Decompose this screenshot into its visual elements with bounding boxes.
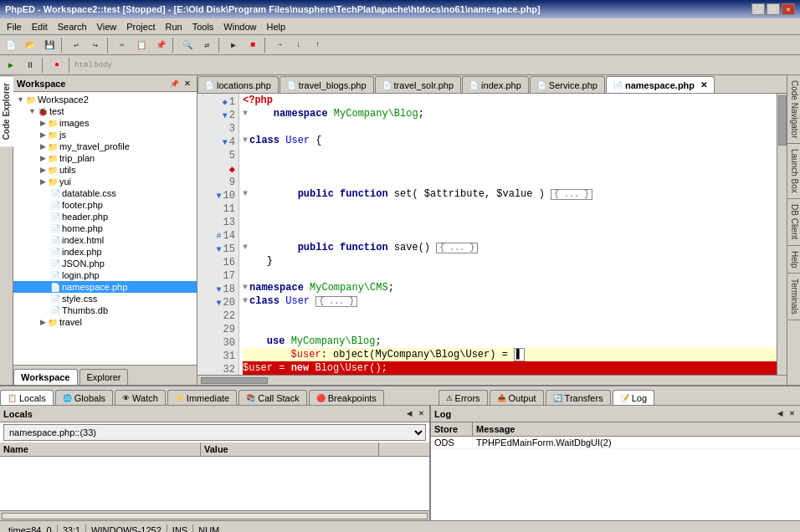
tree-item-header[interactable]: 📄 header.php <box>13 211 197 223</box>
tree-label: utils <box>59 165 76 175</box>
locals-scroll[interactable] <box>0 457 429 510</box>
tree-item-index-php[interactable]: 📄 index.php <box>13 246 197 258</box>
open-button[interactable]: 📂 <box>21 37 39 54</box>
tree-item-utils[interactable]: ▶ 📁 utils <box>13 164 197 176</box>
redo-button[interactable]: ↪ <box>86 37 105 54</box>
run-button[interactable]: ▶ <box>224 37 243 54</box>
menu-edit[interactable]: Edit <box>27 20 53 33</box>
left-side-tabs: Code Explorer <box>0 75 13 385</box>
menu-help[interactable]: Help <box>261 20 290 33</box>
tree-item-namespace[interactable]: 📄 namespace.php <box>13 281 197 293</box>
tree-item-style[interactable]: 📄 style.css <box>13 293 197 304</box>
copy-button[interactable]: 📋 <box>132 37 151 54</box>
tree-item-test[interactable]: ▼ 🐞 test <box>13 105 197 117</box>
locals-close-btn[interactable]: ✕ <box>416 409 426 419</box>
stop-button[interactable]: ■ <box>244 37 262 54</box>
breakpoints-tab[interactable]: 🔴Breakpoints <box>309 390 384 405</box>
menu-view[interactable]: View <box>92 20 122 33</box>
menu-project[interactable]: Project <box>121 20 160 33</box>
tree-item-thumbs[interactable]: 📄 Thumbs.db <box>13 304 197 316</box>
workspace-tab[interactable]: Workspace <box>13 369 78 385</box>
watch-tab[interactable]: 👁Watch <box>115 390 166 405</box>
tree-close-btn[interactable]: ✕ <box>182 78 193 90</box>
tab-service[interactable]: 📄 Service.php <box>530 76 605 93</box>
tree-item-yui[interactable]: ▶ 📁 yui <box>13 176 197 187</box>
cut-button[interactable]: ✂ <box>113 37 131 54</box>
gutter-30: 30 <box>197 336 238 350</box>
editor-hscrollbar[interactable] <box>197 375 787 385</box>
step-into-button[interactable]: ↓ <box>290 37 308 54</box>
tree-lock-btn[interactable]: 📌 <box>168 78 180 90</box>
callstack-tab[interactable]: 📚Call Stack <box>238 390 307 405</box>
launch-box-tab[interactable]: Launch Box <box>787 144 801 199</box>
tree-item-index-html[interactable]: 📄 index.html <box>13 234 197 246</box>
tree-item-my-travel[interactable]: ▶ 📁 my_travel_profile <box>13 141 197 152</box>
code-explorer-tab[interactable]: Code Explorer <box>0 75 13 146</box>
menu-search[interactable]: Search <box>53 20 92 33</box>
explorer-tab[interactable]: Explorer <box>79 369 129 385</box>
tree-item-footer[interactable]: 📄 footer.php <box>13 199 197 211</box>
tree-item-workspace2[interactable]: ▼ 📁 Workspace2 <box>13 94 197 105</box>
tab-namespace[interactable]: 📄 namespace.php ✕ <box>606 76 715 93</box>
tab-close-icon[interactable]: ✕ <box>700 80 707 90</box>
menu-window[interactable]: Window <box>218 20 261 33</box>
immediate-tab[interactable]: ⚡Immediate <box>167 390 237 405</box>
breakpoint-btn[interactable]: ● <box>48 57 66 74</box>
tab-travel-blogs[interactable]: 📄 travel_blogs.php <box>279 76 374 93</box>
menu-file[interactable]: File <box>2 20 27 33</box>
log-pin-btn[interactable]: ◀ <box>775 409 785 419</box>
locals-tab[interactable]: 📋Locals <box>0 390 54 405</box>
code-navigator-tab[interactable]: Code Navigator <box>787 75 801 144</box>
tab-index[interactable]: 📄 index.php <box>462 76 529 93</box>
new-button[interactable]: 📄 <box>2 37 20 54</box>
step-over-button[interactable]: → <box>270 37 289 54</box>
tree-item-travel[interactable]: ▶ 📁 travel <box>13 316 197 328</box>
log-tab[interactable]: 📝Log <box>613 390 654 405</box>
replace-button[interactable]: ⇄ <box>197 37 216 54</box>
code-line-32: $user = new Blog\User(); <box>243 361 787 375</box>
locals-scrollbar[interactable] <box>0 510 429 520</box>
tree-item-trip-plan[interactable]: ▶ 📁 trip_plan <box>13 152 197 164</box>
body-btn[interactable]: body <box>94 57 112 74</box>
tree-item-json[interactable]: 📄 JSON.php <box>13 258 197 269</box>
maximize-button[interactable]: □ <box>767 3 780 15</box>
menu-tools[interactable]: Tools <box>187 20 219 33</box>
step-out-button[interactable]: ↑ <box>309 37 327 54</box>
status-position: 33:1 <box>58 524 86 533</box>
tree-item-login[interactable]: 📄 login.php <box>13 269 197 281</box>
tree-label: JSON.php <box>62 258 105 269</box>
locals-pin-btn[interactable]: ◀ <box>404 409 414 419</box>
locals-file-select[interactable]: namespace.php::(33) <box>3 424 426 441</box>
globals-tab[interactable]: 🌐Globals <box>55 390 113 405</box>
close-button[interactable]: ✕ <box>782 3 795 15</box>
save-button[interactable]: 💾 <box>40 37 59 54</box>
tree-item-datatable[interactable]: 📄 datatable.css <box>13 187 197 199</box>
minimize-button[interactable]: _ <box>751 3 765 15</box>
menu-run[interactable]: Run <box>160 20 187 33</box>
debug-run-btn[interactable]: ▶ <box>2 57 20 74</box>
find-button[interactable]: 🔍 <box>178 37 197 54</box>
errors-tab[interactable]: ⚠Errors <box>438 390 488 405</box>
transfers-tab[interactable]: 🔄Transfers <box>546 390 611 405</box>
code-line-16: } <box>243 254 787 268</box>
db-client-tab[interactable]: DB Client <box>787 199 801 245</box>
help-tab[interactable]: Help <box>787 246 801 274</box>
terminals-tab[interactable]: Terminals <box>787 274 801 320</box>
editor-vscrollbar[interactable] <box>777 94 787 375</box>
output-tab[interactable]: 📤Output <box>490 390 544 405</box>
html-btn[interactable]: html <box>74 57 93 74</box>
tab-travel-solr[interactable]: 📄 travel_solr.php <box>375 76 462 93</box>
tab-locations[interactable]: 📄 locations.php <box>197 76 279 93</box>
locals-hscrollbar-track[interactable] <box>2 513 428 519</box>
code-line-13 <box>243 214 787 228</box>
undo-button[interactable]: ↩ <box>67 37 85 54</box>
code-line-30: use MyCompany\Blog; <box>243 335 787 348</box>
tree-item-js[interactable]: ▶ 📁 js <box>13 129 197 141</box>
code-content[interactable]: <?php ▼ namespace MyCompany\Blog; ▼class… <box>239 94 787 375</box>
tree-item-home[interactable]: 📄 home.php <box>13 223 197 234</box>
debug-pause-btn[interactable]: ⏸ <box>21 57 39 74</box>
paste-button[interactable]: 📌 <box>151 37 170 54</box>
log-close-btn[interactable]: ✕ <box>787 409 797 419</box>
tree-label: my_travel_profile <box>59 141 130 151</box>
tree-item-images[interactable]: ▶ 📁 images <box>13 117 197 129</box>
